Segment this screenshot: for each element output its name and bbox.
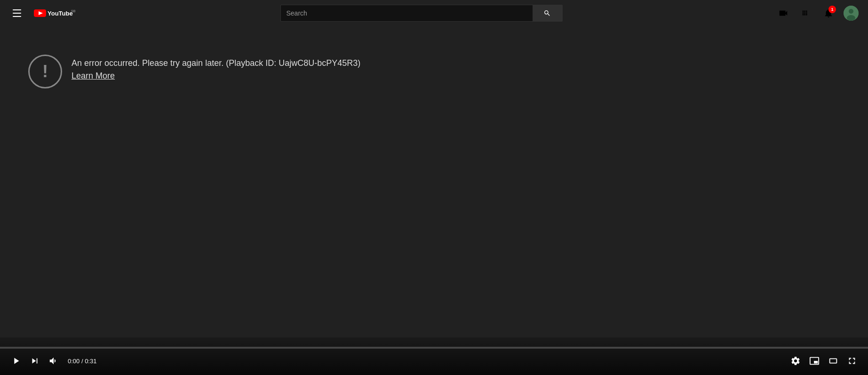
search-input[interactable]: [280, 5, 533, 22]
next-button[interactable]: [26, 352, 43, 369]
notifications-button[interactable]: 1: [819, 4, 838, 23]
theater-mode-icon: [828, 356, 838, 366]
error-text: An error occurred. Please try again late…: [72, 55, 360, 81]
settings-button[interactable]: [787, 352, 804, 369]
create-video-button[interactable]: [774, 4, 793, 23]
progress-bar[interactable]: [0, 347, 868, 349]
video-content-area: ! An error occurred. Please try again la…: [0, 26, 868, 337]
video-camera-icon: [778, 8, 788, 18]
menu-icon: [13, 9, 21, 17]
volume-icon: [48, 356, 59, 366]
play-icon: [11, 356, 21, 366]
search-button[interactable]: [533, 5, 563, 22]
youtube-logo-icon: YouTube SB: [34, 8, 76, 18]
youtube-logo[interactable]: YouTube SB: [34, 8, 76, 18]
learn-more-link[interactable]: Learn More: [72, 71, 360, 81]
fullscreen-icon: [847, 356, 857, 366]
video-player: ! An error occurred. Please try again la…: [0, 26, 868, 375]
theater-mode-button[interactable]: [825, 352, 842, 369]
play-button[interactable]: [8, 352, 24, 369]
topbar: YouTube SB: [0, 0, 868, 26]
controls-row: 0:00 / 0:31: [0, 352, 868, 375]
time-display: 0:00 / 0:31: [68, 358, 96, 365]
svg-text:YouTube: YouTube: [48, 10, 73, 17]
exclamation-mark: !: [42, 63, 48, 80]
user-avatar: [844, 6, 859, 21]
right-icons: 1: [774, 4, 860, 23]
miniplayer-button[interactable]: [806, 352, 823, 369]
notification-badge: 1: [828, 6, 836, 13]
player-controls: 0:00 / 0:31: [0, 337, 868, 375]
apps-button[interactable]: [796, 4, 815, 23]
error-message: An error occurred. Please try again late…: [72, 58, 360, 68]
search-area: [280, 5, 563, 22]
svg-text:SB: SB: [71, 9, 76, 13]
search-icon: [543, 9, 551, 17]
error-icon: !: [28, 55, 62, 88]
svg-point-6: [847, 15, 855, 21]
fullscreen-button[interactable]: [844, 352, 860, 369]
controls-right: [787, 352, 860, 369]
next-icon: [30, 356, 40, 366]
volume-button[interactable]: [45, 352, 62, 369]
settings-icon: [790, 356, 801, 366]
menu-button[interactable]: [8, 4, 26, 23]
miniplayer-icon: [809, 356, 820, 366]
error-container: ! An error occurred. Please try again la…: [28, 55, 360, 88]
svg-point-5: [849, 9, 853, 14]
account-button[interactable]: [842, 4, 860, 23]
apps-icon: [801, 8, 811, 18]
